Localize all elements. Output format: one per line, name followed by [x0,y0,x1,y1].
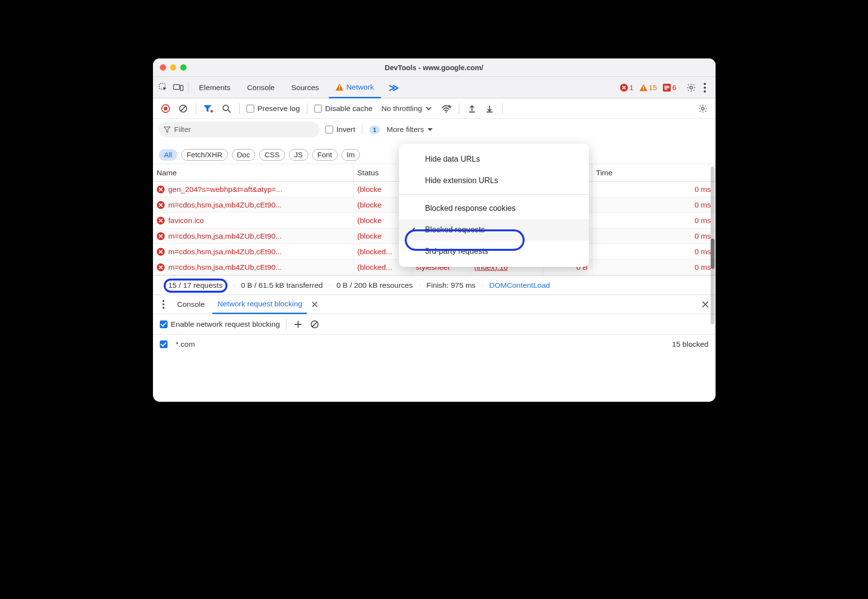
more-tabs-icon[interactable]: ≫ [384,82,404,94]
checkbox-icon [314,105,322,112]
svg-rect-3 [339,86,340,88]
svg-rect-4 [339,89,340,90]
highlight: 15 / 17 requests [164,279,227,293]
row-name: m=cdos,hsm,jsa,mb4ZUb,cEt90... [169,263,282,272]
disable-cache-toggle[interactable]: Disable cache [314,104,373,113]
pill-doc[interactable]: Doc [232,149,256,161]
dd-blocked-requests[interactable]: Blocked requests [399,219,589,241]
tab-right-badges: 1 15 6 [618,83,711,93]
svg-rect-11 [664,89,667,90]
row-name: m=cdos,hsm,jsa,mb4ZUb,cEt90... [169,232,282,241]
svg-point-15 [703,90,705,92]
divider [188,82,189,93]
preserve-log-toggle[interactable]: Preserve log [246,104,300,113]
divider [502,103,503,114]
divider [399,194,589,195]
network-settings-icon[interactable] [697,103,709,114]
row-name: m=cdos,hsm,jsa,mb4ZUb,cEt90... [169,201,282,209]
svg-line-30 [312,322,317,327]
pill-fetch[interactable]: Fetch/XHR [181,149,227,161]
network-conditions-icon[interactable] [440,103,452,114]
tab-elements[interactable]: Elements [192,77,238,98]
drawer-tab-blocking[interactable]: Network request blocking [212,296,307,314]
enable-blocking-label: Enable network request blocking [171,320,280,329]
network-statusbar: 15 / 17 requests 0 B / 61.5 kB transferr… [153,275,716,295]
invert-toggle[interactable]: Invert [325,125,356,134]
pill-all[interactable]: All [159,149,178,161]
inspect-icon[interactable] [158,83,170,92]
more-filters-dropdown: Hide data URLs Hide extension URLs Block… [399,144,589,267]
device-icon[interactable] [172,84,184,92]
divider [459,103,459,114]
clear-button[interactable] [177,103,189,114]
tab-network-label: Network [346,83,374,92]
pattern-text: *.com [176,340,195,349]
tab-console[interactable]: Console [240,77,282,98]
svg-point-13 [703,83,705,85]
error-icon [157,248,165,256]
warning-count: 15 [649,83,657,92]
pill-font[interactable]: Font [312,149,338,161]
download-har-icon[interactable] [484,103,495,114]
svg-line-19 [181,106,186,111]
close-tab-icon[interactable] [309,299,321,310]
filter-input[interactable]: Filter [159,122,320,137]
error-badge[interactable]: 1 [618,83,636,92]
row-time: 0 ms [592,244,716,259]
blocked-count: 15 blocked [672,340,709,349]
error-icon [157,186,165,193]
svg-point-12 [690,86,692,89]
drawer-tabs: Console Network request blocking [153,295,716,314]
throttling-select[interactable]: No throttling [381,104,432,113]
issues-badge[interactable]: 6 [661,83,679,92]
scrollbar-thumb[interactable] [711,239,715,269]
record-button[interactable] [160,103,171,114]
settings-icon[interactable] [685,83,697,93]
drawer-more-icon[interactable] [158,299,170,310]
tab-sources[interactable]: Sources [284,77,326,98]
checkbox-icon [160,320,168,328]
clear-patterns-icon[interactable] [309,318,321,330]
filter-toggle[interactable] [203,103,215,114]
dd-hide-extension-urls[interactable]: Hide extension URLs [399,170,589,191]
error-icon [157,217,165,225]
svg-point-27 [163,303,165,305]
svg-point-25 [701,107,704,110]
svg-rect-6 [643,86,644,89]
enable-blocking-toggle[interactable]: Enable network request blocking [160,320,280,329]
upload-har-icon[interactable] [466,103,478,114]
throttling-value: No throttling [381,104,422,113]
warning-badge[interactable]: 15 [638,83,659,92]
devtools-window: DevTools - www.google.com/ Elements Cons… [153,58,716,402]
checkbox-icon [325,126,333,133]
close-drawer-icon[interactable] [700,299,711,310]
pill-css[interactable]: CSS [259,149,285,161]
pill-js[interactable]: JS [289,149,308,161]
search-button[interactable] [221,103,232,114]
error-count: 1 [629,83,634,92]
add-pattern-icon[interactable] [292,318,304,330]
disable-cache-label: Disable cache [325,104,373,113]
svg-point-20 [223,105,228,111]
filter-active-dot [210,110,213,112]
warning-icon [336,84,343,91]
checkbox-icon[interactable] [160,340,168,348]
dd-blocked-cookies[interactable]: Blocked response cookies [399,198,589,219]
more-filters-button[interactable]: 1 More filters [369,125,433,134]
svg-point-28 [163,307,165,309]
window-title: DevTools - www.google.com/ [153,64,716,72]
pill-img[interactable]: Im [341,149,360,161]
dcl: DOMContentLoad [482,281,557,290]
dd-3rd-party[interactable]: 3rd-party requests [399,241,589,262]
checkbox-icon [246,105,254,112]
blocking-pattern-row[interactable]: *.com 15 blocked [153,335,716,354]
col-time[interactable]: Time [592,164,716,181]
col-name[interactable]: Name [153,164,354,181]
drawer-tab-console[interactable]: Console [172,295,210,314]
more-icon[interactable] [699,83,711,93]
tab-network[interactable]: Network [329,77,381,98]
dd-hide-data-urls[interactable]: Hide data URLs [399,149,589,170]
error-icon [157,263,165,271]
row-name: favicon.ico [169,216,204,225]
more-filters-label: More filters [387,125,424,134]
